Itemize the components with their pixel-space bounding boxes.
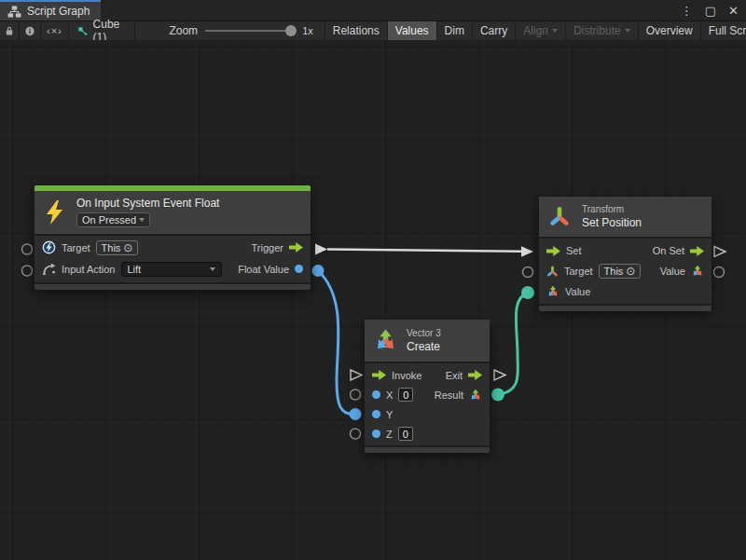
node-transform-set-position[interactable]: Transform Set Position Set On Set xyxy=(539,197,711,311)
info-icon xyxy=(25,25,35,37)
node-subtitle: Vector 3 xyxy=(407,328,441,338)
float-port-icon xyxy=(372,430,380,438)
event-inputaction-input-port[interactable] xyxy=(22,266,33,276)
tab-label: Script Graph xyxy=(27,5,90,18)
float-value-output-port[interactable] xyxy=(312,265,325,277)
vector3-port-icon xyxy=(546,285,560,298)
lock-icon xyxy=(6,25,13,36)
port-row-target: Target This ⊙ Value xyxy=(539,261,711,281)
graph-canvas[interactable]: On Input System Event Float On Pressed T… xyxy=(0,40,746,560)
maximize-icon[interactable]: ▢ xyxy=(705,5,716,17)
flow-arrow-icon xyxy=(546,246,560,256)
node-footer xyxy=(35,282,311,290)
info-button[interactable] xyxy=(20,21,41,40)
x-value-field[interactable]: 0 xyxy=(398,388,413,402)
kebab-menu-icon[interactable]: ⋮ xyxy=(681,5,693,17)
float-port-icon xyxy=(372,410,380,418)
target-this-selector[interactable]: This ⊙ xyxy=(96,240,139,255)
vector3-port-icon xyxy=(691,265,704,278)
zoom-slider-thumb[interactable] xyxy=(285,25,297,36)
toolbar-button-align[interactable]: Align xyxy=(516,21,566,40)
chevron-down-icon xyxy=(210,267,215,271)
input-action-icon xyxy=(42,263,56,275)
port-row-set: Set On Set xyxy=(539,240,711,261)
port-label: Input Action xyxy=(62,264,116,275)
button-label: Full Screen xyxy=(709,24,746,37)
toolbar-button-carry[interactable]: Carry xyxy=(473,21,516,40)
tab-script-graph[interactable]: Script Graph xyxy=(0,0,101,20)
dropdown-value: On Pressed xyxy=(82,214,136,225)
input-action-dropdown[interactable]: Lift xyxy=(121,262,222,277)
edge-floatvalue-to-y[interactable] xyxy=(318,271,353,415)
button-label: Carry xyxy=(480,24,507,37)
zoom-label: Zoom xyxy=(169,24,198,37)
port-label: Value xyxy=(660,266,685,277)
tab-bar-right: ⋮ ▢ ✕ xyxy=(101,0,746,20)
edge-result-to-value[interactable] xyxy=(498,294,528,395)
transform-onset-output-port[interactable] xyxy=(714,247,725,257)
vector3-result-output-port[interactable] xyxy=(491,389,504,402)
event-mode-dropdown[interactable]: On Pressed xyxy=(76,212,150,227)
node-subtitle: Transform xyxy=(582,204,642,214)
close-icon[interactable]: ✕ xyxy=(728,5,739,17)
transform-icon xyxy=(548,206,571,228)
event-target-input-port[interactable] xyxy=(22,244,33,254)
transform-target-input-port[interactable] xyxy=(523,267,533,278)
node-body: Invoke Exit X 0 Result xyxy=(365,362,490,445)
toolbar-button-fullscreen[interactable]: Full Screen xyxy=(701,21,746,40)
transform-port-icon xyxy=(546,266,559,278)
flow-arrow-icon xyxy=(690,246,704,256)
trigger-output-port[interactable] xyxy=(315,244,327,255)
node-title: Set Position xyxy=(582,216,642,229)
transform-value-input-port[interactable] xyxy=(521,286,534,299)
edge-trigger-to-set[interactable] xyxy=(327,250,521,252)
node-footer xyxy=(539,304,711,311)
vector3-x-input-port[interactable] xyxy=(351,389,361,400)
port-row-y: Y xyxy=(365,404,490,424)
graph-asset-icon xyxy=(78,25,88,37)
lock-button[interactable] xyxy=(0,21,20,40)
target-this-selector[interactable]: This ⊙ xyxy=(599,264,642,279)
zoom-slider-track[interactable] xyxy=(205,30,295,32)
code-icon: ‹×› xyxy=(47,25,62,36)
node-vector3-create[interactable]: Vector 3 Create Invoke Exit xyxy=(365,320,490,453)
code-preview-button[interactable]: ‹×› xyxy=(41,21,69,40)
button-label: Align xyxy=(523,24,548,37)
toolbar-button-distribute[interactable]: Distribute xyxy=(566,21,639,40)
toolbar-button-relations[interactable]: Relations xyxy=(325,21,388,40)
vector3-z-input-port[interactable] xyxy=(351,429,361,439)
float-port-icon xyxy=(372,390,380,399)
dropdown-value: Lift xyxy=(128,264,142,275)
port-label: Trigger xyxy=(252,242,283,253)
toolbar-button-overview[interactable]: Overview xyxy=(639,21,701,40)
port-row-target: Target This ⊙ Trigger xyxy=(35,237,311,258)
button-label: Values xyxy=(395,24,429,37)
port-label: Target xyxy=(62,242,90,253)
lightning-bolt-icon xyxy=(46,200,63,225)
vector3-exit-output-port[interactable] xyxy=(494,370,505,380)
scene-pick-icon: ⊙ xyxy=(123,242,132,253)
node-header: Transform Set Position xyxy=(539,197,711,237)
toolbar-button-dim[interactable]: Dim xyxy=(437,21,473,40)
zoom-control: Zoom 1x xyxy=(135,21,325,40)
port-label: Set xyxy=(566,245,582,256)
button-label: Overview xyxy=(646,24,693,37)
vector3-y-input-port[interactable] xyxy=(350,408,362,420)
scene-pick-icon: ⊙ xyxy=(626,266,635,277)
flow-arrow-icon xyxy=(289,242,303,253)
node-on-input-system-event-float[interactable]: On Input System Event Float On Pressed T… xyxy=(35,185,311,290)
transform-value-output-port[interactable] xyxy=(714,267,725,278)
graph-toolbar: ‹×› Cube (1) Zoom 1x Relations Values Di… xyxy=(0,20,746,40)
toolbar-button-values[interactable]: Values xyxy=(388,21,437,40)
z-value-field[interactable]: 0 xyxy=(398,427,413,441)
vector3-invoke-input-port[interactable] xyxy=(351,370,362,380)
port-row-value: Value xyxy=(539,281,711,302)
flow-arrow-icon xyxy=(468,370,482,380)
breadcrumb[interactable]: Cube (1) xyxy=(69,21,136,40)
bolt-target-icon xyxy=(42,240,56,254)
chevron-down-icon xyxy=(625,29,630,33)
float-port-icon xyxy=(295,265,303,273)
node-footer xyxy=(365,445,490,453)
target-value: This xyxy=(102,242,121,253)
port-label: Invoke xyxy=(392,370,421,381)
